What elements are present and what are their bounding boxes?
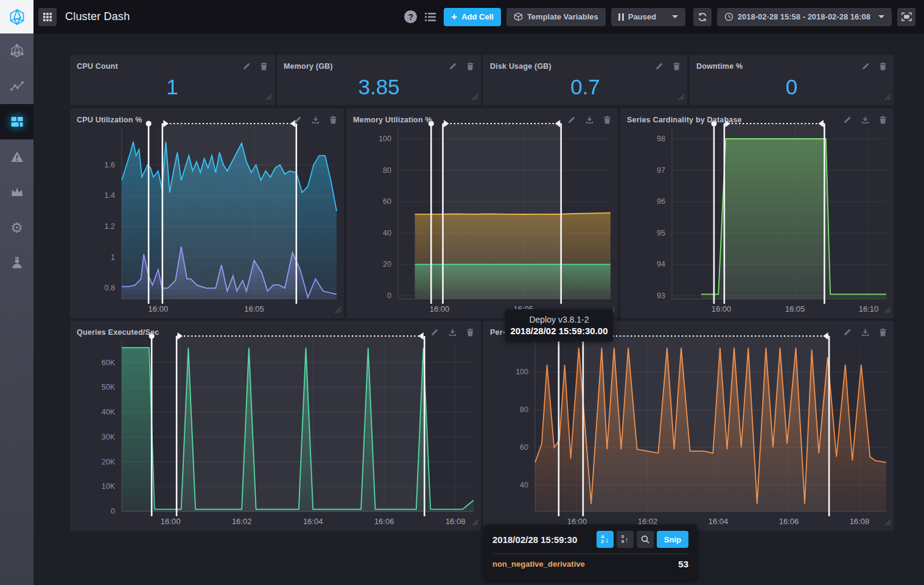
chart-panel-memory-utilization: Memory Utilization %10080604020016:0016:… xyxy=(346,108,618,318)
trash-icon xyxy=(466,62,474,71)
template-variables-button[interactable]: Template Variables xyxy=(506,8,606,26)
stat-value: 0.7 xyxy=(483,71,687,103)
stat-value: 1 xyxy=(70,71,275,103)
legend-timestamp: 2018/02/28 15:59:30 xyxy=(492,534,577,545)
resize-handle[interactable] xyxy=(884,306,892,317)
edit-cell-button[interactable] xyxy=(861,62,870,71)
trash-icon xyxy=(879,328,887,337)
sidebar-item-users[interactable] xyxy=(0,245,33,281)
resize-handle[interactable] xyxy=(471,518,479,529)
panel-actions xyxy=(293,116,337,125)
svg-text:1.2: 1.2 xyxy=(105,222,115,231)
svg-text:16:00: 16:00 xyxy=(161,517,181,526)
pencil-icon xyxy=(430,328,439,337)
delete-cell-button[interactable] xyxy=(466,328,474,337)
filter-button[interactable] xyxy=(637,531,654,548)
chart-panel-series-cardinality: Series Cardinality by Database9897969594… xyxy=(620,108,894,318)
chart-canvas-series-cardinality[interactable]: 98979695949316:0016:0516:10 xyxy=(620,108,894,318)
resize-handle[interactable] xyxy=(677,93,685,103)
panel-title: Series Cardinality by Database xyxy=(627,116,742,124)
edit-cell-button[interactable] xyxy=(843,328,852,337)
svg-text:0: 0 xyxy=(387,292,391,300)
pencil-icon xyxy=(843,116,852,124)
svg-text:16:06: 16:06 xyxy=(779,517,799,526)
svg-text:1.4: 1.4 xyxy=(105,191,115,200)
user-admin-icon xyxy=(10,256,24,270)
annotation-tooltip-time: 2018/28/02 15:59:30.00 xyxy=(510,326,607,336)
presentation-mode-button[interactable] xyxy=(897,8,915,26)
legend-series-row[interactable]: non_negative_derivative 53 xyxy=(492,559,688,569)
refresh-button[interactable] xyxy=(693,8,712,26)
edit-cell-button[interactable] xyxy=(843,116,852,124)
export-data-button[interactable] xyxy=(585,116,594,125)
export-data-button[interactable] xyxy=(448,328,457,337)
page-title[interactable]: Cluster Dash xyxy=(65,10,130,23)
svg-text:16:00: 16:00 xyxy=(149,304,169,314)
trash-icon xyxy=(260,62,268,71)
sidebar-item-dashboards[interactable] xyxy=(0,104,33,139)
pencil-icon xyxy=(242,62,251,71)
time-range-label: 2018-02-28 15:58 - 2018-02-28 16:08 xyxy=(738,12,870,21)
sidebar-item-configuration[interactable]: ⚙ xyxy=(0,210,33,245)
delete-cell-button[interactable] xyxy=(260,62,268,71)
svg-text:50K: 50K xyxy=(102,383,116,391)
svg-text:98: 98 xyxy=(657,135,665,143)
sort-alpha-button[interactable]: AZ↓ xyxy=(597,531,614,548)
delete-cell-button[interactable] xyxy=(673,62,681,71)
edit-cell-button[interactable] xyxy=(449,62,457,71)
edit-cell-button[interactable] xyxy=(655,62,663,71)
dashboard-grid-button[interactable] xyxy=(38,8,57,26)
panel-header: Memory (GB) xyxy=(277,55,481,73)
delete-cell-button[interactable] xyxy=(466,62,474,71)
delete-cell-button[interactable] xyxy=(879,116,887,124)
delete-cell-button[interactable] xyxy=(879,62,887,71)
snip-button[interactable]: Snip xyxy=(657,531,688,548)
svg-text:16:10: 16:10 xyxy=(859,304,879,314)
edit-cell-button[interactable] xyxy=(430,328,439,337)
export-data-button[interactable] xyxy=(861,328,870,337)
paused-dropdown[interactable]: Paused xyxy=(611,8,685,26)
delete-cell-button[interactable] xyxy=(329,116,337,124)
stat-cell-cpu-count: CPU Count1 xyxy=(70,55,275,105)
chart-canvas-cpu-utilization[interactable]: 1.61.41.210.816:0016:05 xyxy=(70,108,344,318)
time-range-dropdown[interactable]: 2018-02-28 15:58 - 2018-02-28 16:08 xyxy=(717,8,892,26)
svg-text:16:04: 16:04 xyxy=(303,517,323,526)
add-cell-button[interactable]: + Add Cell xyxy=(444,8,501,26)
sort-numeric-button[interactable]: 09↑ xyxy=(617,531,634,548)
edit-cell-button[interactable] xyxy=(242,62,251,71)
svg-text:16:02: 16:02 xyxy=(232,517,252,526)
log-list-icon[interactable] xyxy=(425,12,436,22)
sidebar-item-admin[interactable] xyxy=(0,175,33,210)
edit-cell-button[interactable] xyxy=(293,116,302,124)
delete-cell-button[interactable] xyxy=(879,328,887,337)
chronograf-logo[interactable] xyxy=(0,0,33,33)
chart-panel-cpu-utilization: CPU Utilization %1.61.41.210.816:0016:05 xyxy=(70,108,344,318)
gear-icon: ⚙ xyxy=(10,221,23,235)
delete-cell-button[interactable] xyxy=(603,116,611,124)
resize-handle[interactable] xyxy=(884,518,892,529)
legend-series-name: non_negative_derivative xyxy=(492,559,585,569)
resize-handle[interactable] xyxy=(884,93,892,103)
export-data-button[interactable] xyxy=(311,116,320,125)
edit-cell-button[interactable] xyxy=(567,116,576,124)
resize-handle[interactable] xyxy=(334,306,342,317)
export-data-button[interactable] xyxy=(861,116,870,125)
hosts-icon xyxy=(10,44,24,58)
sidebar-item-alerts[interactable] xyxy=(0,139,33,175)
chart-canvas-per-chart[interactable]: 10080604016:0016:0216:0416:0616:08 xyxy=(483,321,894,531)
panel-actions xyxy=(655,62,681,71)
resize-handle[interactable] xyxy=(265,93,273,103)
refresh-icon xyxy=(698,12,707,22)
help-icon[interactable]: ? xyxy=(404,10,417,23)
resize-handle[interactable] xyxy=(471,93,479,103)
chart-canvas-queries-executed[interactable]: 60K50K40K30K20K10K016:0016:0216:0416:061… xyxy=(70,321,481,531)
svg-text:60: 60 xyxy=(383,197,391,206)
annotation-range-region xyxy=(724,124,825,299)
legend-divider xyxy=(492,553,688,554)
svg-text:0: 0 xyxy=(111,507,115,516)
panel-title: Memory Utilization % xyxy=(353,116,432,124)
sidebar-item-data-explorer[interactable] xyxy=(0,69,33,104)
sidebar-item-hosts[interactable] xyxy=(0,33,33,69)
chart-canvas-memory-utilization[interactable]: 10080604020016:0016:05 xyxy=(346,108,618,318)
svg-text:20K: 20K xyxy=(102,458,116,466)
